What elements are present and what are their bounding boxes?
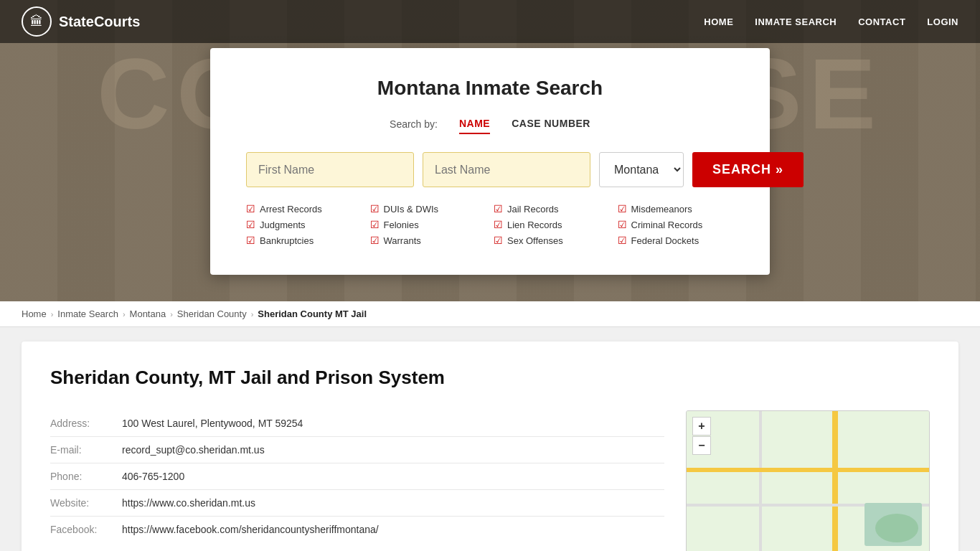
check-icon-9: ☑ bbox=[370, 235, 380, 246]
nav-contact[interactable]: CONTACT bbox=[858, 17, 905, 27]
breadcrumb-sheridan-county[interactable]: Sheridan County bbox=[177, 309, 247, 319]
label-phone: Phone: bbox=[50, 471, 115, 482]
breadcrumb-sep-3: › bbox=[170, 310, 173, 319]
check-icon-11: ☑ bbox=[618, 235, 627, 246]
info-row-email: E-mail: record_supt@co.sheridan.mt.us bbox=[50, 437, 664, 463]
breadcrumb: Home › Inmate Search › Montana › Sherida… bbox=[0, 301, 980, 327]
check-label-11: Federal Dockets bbox=[631, 235, 699, 246]
check-bankruptcies: ☑ Bankruptcies bbox=[246, 235, 363, 246]
checkboxes-grid: ☑ Arrest Records ☑ DUIs & DWIs ☑ Jail Re… bbox=[246, 203, 734, 246]
value-phone: 406-765-1200 bbox=[122, 471, 184, 482]
map-zoom-out[interactable]: − bbox=[692, 436, 711, 455]
info-row-phone: Phone: 406-765-1200 bbox=[50, 463, 664, 490]
label-email: E-mail: bbox=[50, 444, 115, 456]
map-zoom-in[interactable]: + bbox=[692, 417, 711, 435]
check-warrants: ☑ Warrants bbox=[370, 235, 487, 246]
search-card-title: Montana Inmate Search bbox=[246, 77, 734, 100]
map-box: + − bbox=[686, 410, 930, 551]
check-label-4: Judgments bbox=[260, 220, 306, 230]
info-row-address: Address: 100 West Laurel, Plentywood, MT… bbox=[50, 410, 664, 437]
state-select[interactable]: Montana Alabama Alaska Arizona bbox=[599, 152, 684, 187]
breadcrumb-current: Sheridan County MT Jail bbox=[258, 309, 367, 319]
value-address: 100 West Laurel, Plentywood, MT 59254 bbox=[122, 418, 303, 429]
info-card: Sheridan County, MT Jail and Prison Syst… bbox=[22, 342, 958, 551]
brand-logo-link[interactable]: 🏛 StateCourts bbox=[22, 6, 140, 37]
check-duis-dwis: ☑ DUIs & DWIs bbox=[370, 203, 487, 215]
search-fields: Montana Alabama Alaska Arizona SEARCH » bbox=[246, 152, 734, 187]
check-label-1: DUIs & DWIs bbox=[384, 204, 439, 215]
check-judgments: ☑ Judgments bbox=[246, 219, 363, 230]
check-lien-records: ☑ Lien Records bbox=[494, 219, 611, 230]
check-jail-records: ☑ Jail Records bbox=[494, 203, 611, 215]
logo-icon: 🏛 bbox=[22, 6, 52, 37]
check-felonies: ☑ Felonies bbox=[370, 219, 487, 230]
info-row-website: Website: https://www.co.sheridan.mt.us bbox=[50, 490, 664, 517]
check-label-0: Arrest Records bbox=[260, 204, 322, 215]
check-label-9: Warrants bbox=[384, 235, 421, 246]
label-facebook: Facebook: bbox=[50, 524, 115, 535]
breadcrumb-sep-1: › bbox=[51, 310, 54, 319]
check-icon-0: ☑ bbox=[246, 203, 255, 215]
check-icon-1: ☑ bbox=[370, 203, 380, 215]
check-label-3: Misdemeanors bbox=[631, 204, 692, 215]
value-facebook[interactable]: https://www.facebook.com/sheridancountys… bbox=[122, 524, 379, 535]
first-name-input[interactable] bbox=[246, 152, 414, 187]
breadcrumb-montana[interactable]: Montana bbox=[130, 309, 166, 319]
check-icon-7: ☑ bbox=[618, 219, 627, 230]
nav-login[interactable]: LOGIN bbox=[927, 17, 958, 27]
value-website[interactable]: https://www.co.sheridan.mt.us bbox=[122, 497, 255, 509]
nav-links: HOME INMATE SEARCH CONTACT LOGIN bbox=[704, 17, 958, 27]
hero-section: COURTHOUSE Montana Inmate Search Search … bbox=[0, 0, 980, 301]
breadcrumb-home[interactable]: Home bbox=[22, 309, 47, 319]
breadcrumb-sep-2: › bbox=[123, 310, 126, 319]
main-content: Sheridan County, MT Jail and Prison Syst… bbox=[0, 327, 980, 551]
check-label-2: Jail Records bbox=[507, 204, 559, 215]
check-icon-3: ☑ bbox=[618, 203, 627, 215]
check-label-6: Lien Records bbox=[507, 220, 562, 230]
info-table: Address: 100 West Laurel, Plentywood, MT… bbox=[50, 410, 664, 542]
check-icon-5: ☑ bbox=[370, 219, 380, 230]
check-icon-6: ☑ bbox=[494, 219, 503, 230]
info-title: Sheridan County, MT Jail and Prison Syst… bbox=[50, 367, 930, 389]
check-criminal-records: ☑ Criminal Records bbox=[618, 219, 735, 230]
tab-case-number[interactable]: CASE NUMBER bbox=[512, 114, 590, 134]
info-row-facebook: Facebook: https://www.facebook.com/sheri… bbox=[50, 517, 664, 542]
navbar: 🏛 StateCourts HOME INMATE SEARCH CONTACT… bbox=[0, 0, 980, 43]
search-by-label: Search by: bbox=[390, 118, 438, 130]
map-controls: + − bbox=[692, 417, 711, 455]
info-body: Address: 100 West Laurel, Plentywood, MT… bbox=[50, 410, 930, 551]
check-label-7: Criminal Records bbox=[631, 220, 703, 230]
value-email[interactable]: record_supt@co.sheridan.mt.us bbox=[122, 444, 265, 456]
label-website: Website: bbox=[50, 497, 115, 509]
search-tabs: Search by: NAME CASE NUMBER bbox=[246, 114, 734, 134]
label-address: Address: bbox=[50, 418, 115, 429]
breadcrumb-inmate-search[interactable]: Inmate Search bbox=[57, 309, 118, 319]
brand-name: StateCourts bbox=[59, 14, 140, 30]
search-card: Montana Inmate Search Search by: NAME CA… bbox=[210, 48, 770, 275]
search-button[interactable]: SEARCH » bbox=[692, 152, 804, 187]
check-label-10: Sex Offenses bbox=[507, 235, 563, 246]
check-icon-8: ☑ bbox=[246, 235, 255, 246]
check-icon-4: ☑ bbox=[246, 219, 255, 230]
nav-inmate-search[interactable]: INMATE SEARCH bbox=[755, 17, 837, 27]
check-sex-offenses: ☑ Sex Offenses bbox=[494, 235, 611, 246]
check-arrest-records: ☑ Arrest Records bbox=[246, 203, 363, 215]
breadcrumb-sep-4: › bbox=[251, 310, 254, 319]
tab-name[interactable]: NAME bbox=[459, 114, 490, 134]
check-icon-2: ☑ bbox=[494, 203, 503, 215]
check-label-5: Felonies bbox=[384, 220, 419, 230]
check-federal-dockets: ☑ Federal Dockets bbox=[618, 235, 735, 246]
last-name-input[interactable] bbox=[423, 152, 590, 187]
check-misdemeanors: ☑ Misdemeanors bbox=[618, 203, 735, 215]
check-icon-10: ☑ bbox=[494, 235, 503, 246]
check-label-8: Bankruptcies bbox=[260, 235, 314, 246]
nav-home[interactable]: HOME bbox=[704, 17, 733, 27]
